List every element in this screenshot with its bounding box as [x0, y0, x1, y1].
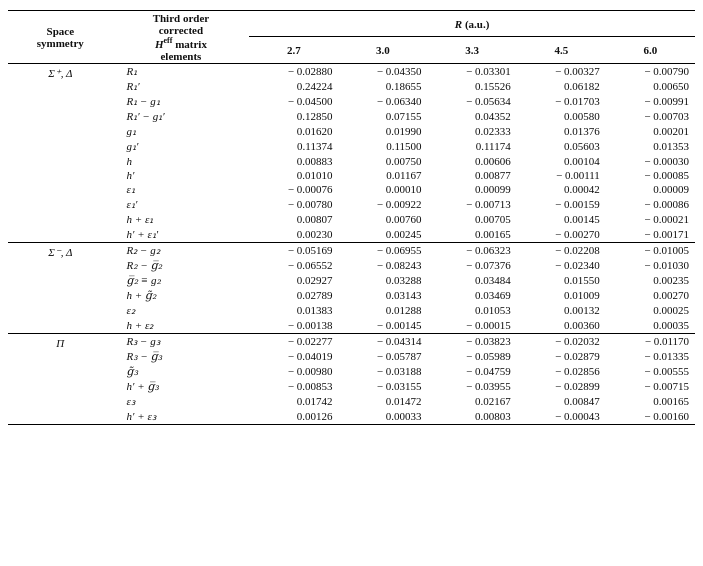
matrix-element-label: ε₁: [113, 182, 250, 197]
matrix-value: 0.00760: [338, 212, 427, 227]
matrix-value: 0.01009: [517, 288, 606, 303]
matrix-value: 0.00009: [606, 182, 695, 197]
matrix-element-label: h′ + g̅₃: [113, 379, 250, 394]
matrix-value: − 0.00790: [606, 63, 695, 79]
matrix-value: 0.02927: [249, 273, 338, 288]
matrix-value: − 0.00111: [517, 168, 606, 182]
matrix-value: − 0.04019: [249, 349, 338, 364]
matrix-value: − 0.00145: [338, 318, 427, 334]
matrix-value: − 0.02879: [517, 349, 606, 364]
matrix-value: 0.15526: [428, 79, 517, 94]
matrix-value: − 0.00327: [517, 63, 606, 79]
matrix-value: − 0.00043: [517, 409, 606, 425]
matrix-value: 0.00035: [606, 318, 695, 334]
matrix-element-label: h: [113, 154, 250, 168]
matrix-element-label: ε₂: [113, 303, 250, 318]
matrix-value: 0.00807: [249, 212, 338, 227]
table-row: Σ⁺, ΔR₁− 0.02880− 0.04350− 0.03301− 0.00…: [8, 63, 695, 79]
space-symmetry-cell: Σ⁻, Δ: [8, 242, 113, 333]
matrix-value: 0.00245: [338, 227, 427, 243]
matrix-value: − 0.02856: [517, 364, 606, 379]
matrix-value: − 0.03823: [428, 333, 517, 349]
matrix-value: − 0.02899: [517, 379, 606, 394]
matrix-value: 0.02789: [249, 288, 338, 303]
matrix-value: − 0.00853: [249, 379, 338, 394]
matrix-element-label: g̅₂ ≡ g₂: [113, 273, 250, 288]
matrix-value: − 0.00021: [606, 212, 695, 227]
matrix-value: 0.01353: [606, 139, 695, 154]
matrix-value: − 0.02208: [517, 242, 606, 258]
matrix-value: 0.01010: [249, 168, 338, 182]
matrix-value: − 0.00015: [428, 318, 517, 334]
matrix-value: 0.07155: [338, 109, 427, 124]
matrix-value: 0.00132: [517, 303, 606, 318]
col-header-matrix: Third ordercorrectedHeff matrixelements: [113, 11, 250, 64]
matrix-value: − 0.00085: [606, 168, 695, 182]
matrix-value: − 0.03955: [428, 379, 517, 394]
matrix-value: 0.00165: [606, 394, 695, 409]
matrix-element-label: R₁′: [113, 79, 250, 94]
matrix-value: 0.05603: [517, 139, 606, 154]
matrix-value: 0.06182: [517, 79, 606, 94]
matrix-value: 0.00235: [606, 273, 695, 288]
matrix-value: − 0.02340: [517, 258, 606, 273]
matrix-value: − 0.03301: [428, 63, 517, 79]
matrix-value: − 0.06955: [338, 242, 427, 258]
matrix-value: − 0.00171: [606, 227, 695, 243]
matrix-value: 0.01990: [338, 124, 427, 139]
matrix-value: 0.00230: [249, 227, 338, 243]
matrix-value: − 0.00922: [338, 197, 427, 212]
matrix-value: 0.04352: [428, 109, 517, 124]
col-header-r: R (a.u.): [249, 11, 695, 37]
matrix-value: 0.03143: [338, 288, 427, 303]
matrix-value: − 0.00030: [606, 154, 695, 168]
col-header-space: Spacesymmetry: [8, 11, 113, 64]
matrix-value: − 0.00980: [249, 364, 338, 379]
matrix-value: 0.11500: [338, 139, 427, 154]
matrix-value: − 0.00780: [249, 197, 338, 212]
matrix-value: − 0.04759: [428, 364, 517, 379]
matrix-element-label: ε₃: [113, 394, 250, 409]
matrix-value: 0.01376: [517, 124, 606, 139]
matrix-value: 0.11374: [249, 139, 338, 154]
matrix-value: − 0.04350: [338, 63, 427, 79]
matrix-value: − 0.03188: [338, 364, 427, 379]
matrix-element-label: ε₁′: [113, 197, 250, 212]
r-val-4: 4.5: [517, 37, 606, 63]
matrix-value: − 0.05634: [428, 94, 517, 109]
matrix-value: − 0.00703: [606, 109, 695, 124]
r-val-1: 2.7: [249, 37, 338, 63]
matrix-element-label: R₃ − g̅₃: [113, 349, 250, 364]
r-val-2: 3.0: [338, 37, 427, 63]
matrix-value: − 0.00713: [428, 197, 517, 212]
matrix-element-label: g₁′: [113, 139, 250, 154]
matrix-value: 0.00883: [249, 154, 338, 168]
matrix-value: 0.02167: [428, 394, 517, 409]
matrix-value: − 0.05787: [338, 349, 427, 364]
matrix-value: 0.00126: [249, 409, 338, 425]
matrix-element-label: g̃₃: [113, 364, 250, 379]
matrix-value: − 0.04314: [338, 333, 427, 349]
matrix-value: − 0.01703: [517, 94, 606, 109]
main-table: Spacesymmetry Third ordercorrectedHeff m…: [8, 10, 695, 425]
matrix-value: 0.11174: [428, 139, 517, 154]
matrix-value: 0.00145: [517, 212, 606, 227]
matrix-value: − 0.00159: [517, 197, 606, 212]
matrix-value: − 0.04500: [249, 94, 338, 109]
matrix-value: 0.00705: [428, 212, 517, 227]
matrix-element-label: h′: [113, 168, 250, 182]
matrix-value: − 0.00138: [249, 318, 338, 334]
r-val-3: 3.3: [428, 37, 517, 63]
matrix-value: 0.02333: [428, 124, 517, 139]
matrix-element-label: R₂ − g̅₂: [113, 258, 250, 273]
matrix-element-label: R₃ − g₃: [113, 333, 250, 349]
matrix-value: − 0.01005: [606, 242, 695, 258]
matrix-value: 0.24224: [249, 79, 338, 94]
matrix-value: 0.00270: [606, 288, 695, 303]
matrix-value: 0.00847: [517, 394, 606, 409]
matrix-value: − 0.00076: [249, 182, 338, 197]
matrix-value: 0.01053: [428, 303, 517, 318]
matrix-value: − 0.06552: [249, 258, 338, 273]
matrix-value: 0.01742: [249, 394, 338, 409]
matrix-element-label: g₁: [113, 124, 250, 139]
